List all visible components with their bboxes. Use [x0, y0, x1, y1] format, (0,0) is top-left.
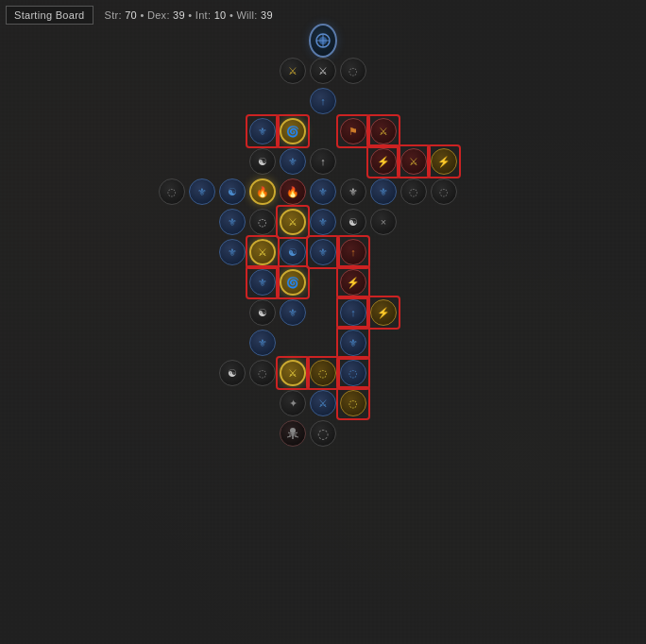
node-r5-5[interactable]: ⚜	[309, 178, 337, 206]
node-r2-1[interactable]: ↑	[309, 87, 337, 115]
node-r10-5[interactable]: ⚜	[339, 329, 367, 357]
separator2: •	[188, 9, 196, 21]
node-r6-4[interactable]: ⚔	[279, 208, 307, 236]
node-r6-5[interactable]: ⚜	[309, 208, 337, 236]
int-value: 10	[214, 9, 227, 21]
node-r11-6[interactable]: ◌	[339, 359, 367, 387]
node-r6-3[interactable]: ◌	[248, 208, 277, 236]
node-r12-6[interactable]: ◌	[339, 389, 367, 417]
node-r4-6[interactable]: ⚡	[430, 147, 458, 176]
node-top-center[interactable]	[309, 26, 337, 55]
node-r4-5[interactable]: ⚔	[400, 147, 428, 176]
node-r7-2[interactable]: ⚜	[218, 238, 246, 266]
node-r8-3[interactable]: ⚜	[248, 268, 277, 297]
header: Starting Board Str: 70 • Dex: 39 • Int: …	[6, 6, 273, 25]
will-label: Will:	[236, 9, 261, 21]
node-r7-3[interactable]: ⚔	[248, 238, 277, 266]
svg-line-10	[295, 436, 298, 437]
board-row-6: ⚜ ◌ ⚔ ⚜ ☯ ×	[158, 208, 488, 236]
node-r9-3[interactable]: ☯	[248, 298, 277, 327]
skill-board: ⚔ ⚔ ◌ ↑ ⚜ 🌀	[158, 26, 488, 448]
node-r8-5[interactable]: ⚡	[339, 268, 367, 297]
dex-label: Dex:	[147, 9, 173, 21]
node-r10-3[interactable]: ⚜	[248, 329, 277, 357]
node-r6-7[interactable]: ×	[369, 208, 398, 236]
node-r9-4[interactable]: ⚜	[279, 298, 307, 327]
node-r5-0[interactable]: ◌	[158, 178, 186, 206]
node-r4-1[interactable]: ☯	[248, 147, 277, 176]
stats-bar: Str: 70 • Dex: 39 • Int: 10 • Will: 39	[105, 9, 273, 21]
node-r5-9[interactable]: ◌	[430, 178, 458, 206]
node-r11-5[interactable]: ◌	[309, 359, 337, 387]
node-r5-4[interactable]: 🔥	[279, 178, 307, 206]
node-r11-4[interactable]: ⚔	[279, 359, 307, 387]
node-r13-right[interactable]: ◌	[309, 419, 337, 448]
node-r11-3[interactable]: ◌	[248, 359, 277, 387]
node-r5-1[interactable]: ⚜	[188, 178, 216, 206]
board-row-0	[158, 26, 488, 55]
board-row-3: ⚜ 🌀 ⚑ ⚔	[158, 117, 488, 145]
node-r5-6[interactable]: ⚜	[339, 178, 367, 206]
board-title-text: Starting Board	[14, 9, 85, 21]
node-r6-2[interactable]: ⚜	[218, 208, 246, 236]
node-r3-4[interactable]: ⚔	[369, 117, 398, 145]
node-r7-4[interactable]: ☯	[279, 238, 307, 266]
board-row-7: ⚜ ⚔ ☯ ⚜ ↑	[158, 238, 488, 266]
board-row-13: ◌	[158, 419, 488, 448]
str-value: 70	[125, 9, 137, 21]
board-row-12: ✦ ⚔ ◌	[158, 389, 488, 417]
node-r5-7[interactable]: ⚜	[369, 178, 398, 206]
board-title[interactable]: Starting Board	[6, 6, 94, 25]
separator1: •	[140, 9, 147, 21]
node-r3-3[interactable]: ⚑	[339, 117, 367, 145]
node-r6-6[interactable]: ☯	[339, 208, 367, 236]
svg-line-9	[287, 436, 291, 437]
svg-point-4	[290, 428, 296, 433]
node-r3-2[interactable]: 🌀	[279, 117, 307, 145]
node-r4-2[interactable]: ⚜	[279, 147, 307, 176]
node-r5-8[interactable]: ◌	[400, 178, 428, 206]
will-value: 39	[261, 9, 273, 21]
node-r1-2[interactable]: ⚔	[309, 57, 337, 85]
board-row-4: ☯ ⚜ ↑ ⚡ ⚔ ⚡	[158, 147, 488, 176]
node-r7-6[interactable]: ↑	[339, 238, 367, 266]
node-r9-6[interactable]: ⚡	[369, 298, 398, 327]
str-label: Str:	[105, 9, 126, 21]
node-r4-4[interactable]: ⚡	[369, 147, 398, 176]
node-r7-5[interactable]: ⚜	[309, 238, 337, 266]
int-label: Int:	[196, 9, 214, 21]
board-row-8: ⚜ 🌀 ⚡	[158, 268, 488, 297]
node-r4-3[interactable]: ↑	[309, 147, 337, 176]
node-r12-5[interactable]: ⚔	[309, 389, 337, 417]
node-r11-2[interactable]: ☯	[218, 359, 246, 387]
node-r12-4[interactable]: ✦	[279, 389, 307, 417]
board-row-2: ↑	[158, 87, 488, 115]
board-row-10: ⚜ ⚜	[158, 329, 488, 357]
node-r5-2[interactable]: ☯	[218, 178, 246, 206]
node-r5-3[interactable]: 🔥	[248, 178, 277, 206]
board-row-5: ◌ ⚜ ☯ 🔥 🔥 ⚜ ⚜ ⚜ ◌ ◌	[158, 178, 488, 206]
node-r3-1[interactable]: ⚜	[248, 117, 277, 145]
node-r1-1[interactable]: ⚔	[279, 57, 307, 85]
board-row-9: ☯ ⚜ ↑ ⚡	[158, 298, 488, 327]
node-r8-4[interactable]: 🌀	[279, 268, 307, 297]
node-r13-character[interactable]	[279, 419, 307, 448]
dex-value: 39	[173, 9, 185, 21]
node-r1-3[interactable]: ◌	[339, 57, 367, 85]
node-r9-5[interactable]: ↑	[339, 298, 367, 327]
board-row-11: ☯ ◌ ⚔ ◌ ◌	[158, 359, 488, 387]
board-row-1: ⚔ ⚔ ◌	[158, 57, 488, 85]
